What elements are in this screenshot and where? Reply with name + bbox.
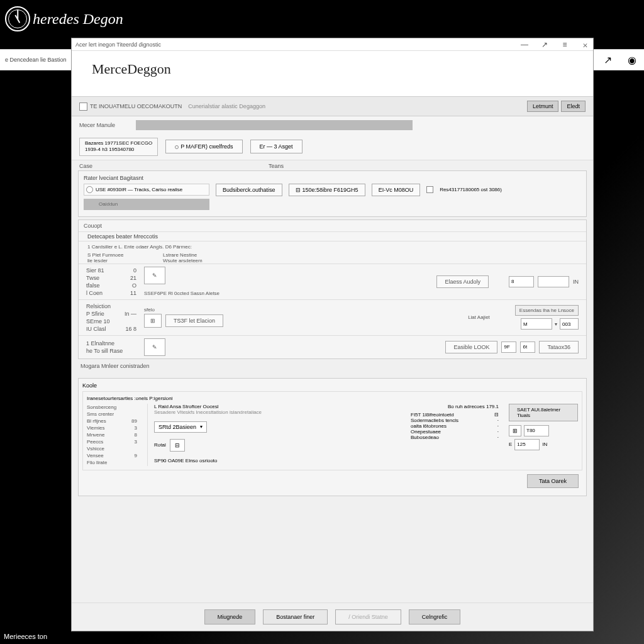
case-btn-2[interactable]: ⊟150e:58ibre F619GH5 — [289, 184, 365, 196]
info-box: Bazares 19771SEC FOECGO 1939-4 h3 195340… — [79, 138, 158, 156]
restore-button[interactable]: ↗ — [540, 40, 549, 49]
row2-input-1[interactable] — [521, 318, 552, 330]
info-line-1: Bazares 19771SEC FOECGO — [85, 140, 152, 147]
window-title: Acer lert inegon Titeerdd dignostic — [75, 42, 161, 48]
teans-section-label: Teans — [269, 163, 284, 169]
group-sub: Detecapes beater Mreccotis — [79, 232, 586, 241]
toolbar-row: TE INOUATMELU OECOMAKOUTN Cunerialstiar … — [72, 96, 593, 116]
koole-panel: Koole Iranesetourtersartles :onels P:ige… — [78, 378, 587, 496]
koole-grid-icon[interactable]: ⊞ — [509, 425, 521, 436]
app-title: MerceDeggon — [92, 61, 573, 77]
group-section: Couopt Detecapes beater Mreccotis 1 Card… — [78, 219, 587, 359]
info-btn-2[interactable]: Er — 3 Asget — [250, 140, 303, 153]
footer-btn-1[interactable]: Miugnede — [204, 609, 256, 625]
footer-bar: Miugnede Bostanaer finer / Oriendi Statn… — [72, 602, 593, 631]
case-subbar: Oaiddun — [84, 199, 209, 210]
row1-input-2[interactable] — [538, 276, 569, 287]
macule-label: Mecer Manule — [79, 122, 136, 128]
arrow-icon[interactable]: ↗ — [604, 54, 615, 65]
row2-input-3[interactable] — [560, 318, 579, 330]
koole-legend: Koole — [82, 382, 582, 389]
banner-title: heredes Degon — [33, 11, 123, 28]
toolbar-sublabel: Cunerialstiar alastic Degaggon — [188, 103, 265, 109]
app-window: Acer lert inegon Titeerdd dignostic — ↗ … — [71, 38, 594, 631]
toolbar-checkbox-label: TE INOUATMELU OECOMAKOUTN — [90, 103, 182, 109]
group-row-1: Sier 810 Twse21 tfalseO l Coen11 ✎ SSEF6… — [79, 264, 586, 299]
case-fieldset: Rater lveciant Bagitasnt USE #0930IR — T… — [78, 170, 587, 217]
row3-btn-2[interactable]: Tataox36 — [539, 341, 579, 353]
brand-logo — [5, 6, 30, 31]
group-row-3: 1 Elnaltnne he To sill Rase ✎ Easible LO… — [79, 336, 586, 358]
case-title: Rater lveciant Bagitasnt — [84, 175, 581, 181]
toolbar-btn-2[interactable]: Eledt — [561, 101, 586, 112]
koole-kv-list: Sonsberceng Sms crenter Bl rfijnes89 Vle… — [87, 404, 137, 466]
row3-icon[interactable]: ✎ — [144, 338, 165, 356]
macule-row: Mecer Manule — [72, 116, 593, 134]
row1-input-1[interactable] — [509, 276, 534, 287]
case-btn-1[interactable]: Budsiberck.outhatise — [216, 184, 282, 196]
footer-btn-2[interactable]: Bostanaer finer — [263, 609, 328, 625]
info-row: Bazares 19771SEC FOECGO 1939-4 h3 195340… — [72, 134, 593, 160]
window-titlebar: Acer lert inegon Titeerdd dignostic — ↗ … — [72, 38, 593, 51]
row2-box-label: Essendas lha he Lnsoce — [515, 305, 579, 316]
row3-input-1[interactable] — [501, 341, 516, 353]
case-section-label: Case — [79, 163, 92, 169]
toolbar-btn-1[interactable]: Letmunt — [527, 101, 559, 112]
case-checkbox[interactable] — [426, 186, 433, 193]
close-button[interactable]: ⨉ — [580, 40, 589, 49]
corner-label: Merieeces ton — [4, 633, 47, 640]
footer-btn-4[interactable]: Celngrefic — [409, 609, 461, 625]
koole-input-2[interactable] — [514, 439, 540, 450]
group-legend: Couopt — [79, 220, 586, 231]
mogara-label: Mogara Mnleer conistraden — [72, 359, 593, 373]
row2-btn[interactable]: TS3F let Elacion — [165, 314, 223, 327]
menu-button[interactable]: ≡ — [560, 40, 569, 49]
toolbar-checkbox[interactable] — [79, 103, 87, 111]
row3-btn-1[interactable]: Easible LOOK — [445, 341, 497, 353]
case-radio[interactable] — [86, 186, 93, 193]
case-btn-3[interactable]: EI-Vc M08OU — [372, 184, 421, 196]
macule-bar — [136, 120, 413, 130]
koole-right-btn[interactable]: SAET AUt.8aletmer Tiuals — [509, 404, 578, 421]
case-radio-label: USE #0930IR — Tracks, Cariso realise — [96, 187, 182, 192]
group-row-2: Relsiction P SfirieIn — SErne 10 IU Clas… — [79, 300, 586, 335]
desktop-banner: heredes Degon — [0, 0, 644, 38]
row3-input-2[interactable] — [520, 341, 535, 353]
group-item1: 1 Cardsiller e L. Ente odaer Angls. D6 P… — [79, 242, 586, 252]
app-header: MerceDeggon — [72, 51, 593, 96]
koole-input-1[interactable] — [524, 425, 549, 436]
info-btn-1[interactable]: P MAFER) cwelfreds — [165, 140, 242, 153]
koole-sub: Iranesetourtersartles :onels P:igersioni — [87, 396, 578, 401]
footer-btn-3[interactable]: / Oriendi Statne — [335, 609, 401, 625]
info-line-2: 1939-4 h3 195340780 — [85, 147, 152, 153]
case-chk-label: Res43177180065 ost 3086) — [440, 187, 502, 192]
rotal-icon[interactable]: ⊟ — [170, 439, 185, 452]
row1-btn[interactable]: Elaess Audoly — [436, 275, 489, 288]
user-icon[interactable]: ◉ — [628, 54, 639, 65]
row2-icon[interactable]: ⊞ — [144, 314, 162, 328]
minimize-button[interactable]: — — [520, 40, 529, 49]
subbar-label: e Dencedean lie Bastion — [5, 50, 72, 70]
section-labels: Case Teans — [72, 160, 593, 170]
koole-dropdown[interactable]: SRtd 2Basieen — [154, 421, 207, 433]
row1-icon[interactable]: ✎ — [144, 267, 165, 284]
koole-action-btn[interactable]: Tata Oarek — [527, 474, 579, 488]
